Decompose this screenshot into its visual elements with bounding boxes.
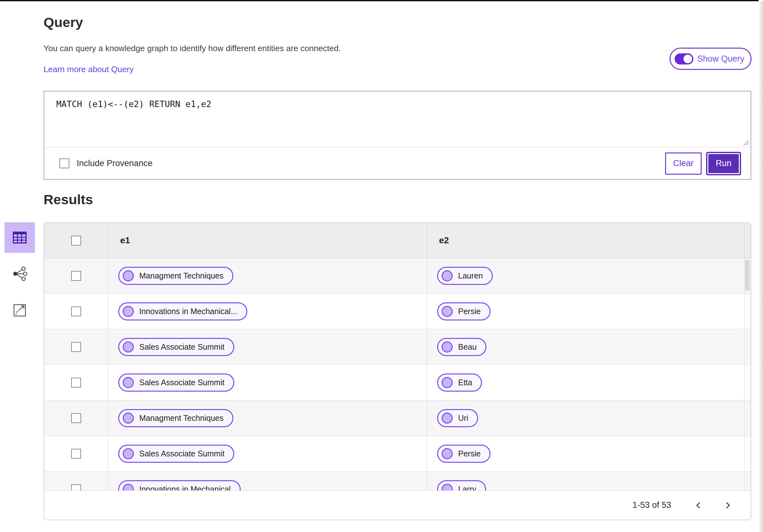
table-scrollbar-thumb[interactable]: [745, 259, 750, 291]
table-row: Innovations in Mechanical... Persie: [44, 294, 751, 329]
entity-pill-e1[interactable]: Innovations in Mechanical...: [118, 303, 247, 320]
scrollbar-track[interactable]: [744, 400, 751, 436]
scrollbar-track[interactable]: [744, 329, 751, 365]
clear-button[interactable]: Clear: [665, 152, 702, 175]
entity-dot-icon: [442, 377, 453, 388]
entity-dot-icon: [442, 412, 453, 424]
table-row: Innovations in Mechanical Larry: [44, 472, 751, 491]
table-row: Sales Associate Summit Beau: [44, 329, 751, 365]
entity-label: Lauren: [458, 271, 483, 281]
row-checkbox[interactable]: [71, 449, 81, 459]
entity-label: Sales Associate Summit: [139, 449, 224, 458]
row-checkbox[interactable]: [71, 271, 81, 281]
results-view-switch: [4, 222, 35, 325]
include-provenance-checkbox[interactable]: [59, 158, 69, 168]
entity-label: Larry: [458, 485, 476, 491]
graph-view-icon: [11, 265, 29, 283]
scrollbar-track[interactable]: [744, 365, 751, 400]
chevron-right-icon: [723, 501, 732, 510]
entity-pill-e1[interactable]: Sales Associate Summit: [118, 445, 234, 463]
entity-pill-e2[interactable]: Larry: [437, 480, 486, 491]
entity-pill-e2[interactable]: Uri: [437, 409, 478, 427]
entity-label: Beau: [458, 342, 477, 352]
graph-view-button[interactable]: [4, 259, 35, 289]
toggle-switch-icon[interactable]: [675, 53, 693, 64]
results-title: Results: [44, 192, 93, 208]
table-view-button[interactable]: [4, 222, 35, 253]
entity-dot-icon: [123, 306, 134, 317]
row-checkbox[interactable]: [71, 378, 81, 388]
header-checkbox-cell: [44, 223, 108, 258]
run-button[interactable]: Run: [708, 153, 740, 174]
entity-dot-icon: [442, 270, 453, 281]
row-checkbox[interactable]: [71, 342, 81, 352]
entity-dot-icon: [442, 341, 453, 353]
query-text[interactable]: MATCH (e1)<--(e2) RETURN e1,e2: [56, 99, 211, 109]
row-checkbox[interactable]: [71, 485, 81, 491]
results-table-container: e1 e2 Managment Techniques Lauren Innova…: [44, 222, 751, 520]
entity-label: Sales Associate Summit: [139, 378, 224, 387]
table-row: Managment Techniques Uri: [44, 400, 751, 436]
entity-dot-icon: [123, 270, 134, 281]
select-all-checkbox[interactable]: [71, 236, 81, 245]
learn-more-link[interactable]: Learn more about Query: [44, 64, 134, 74]
next-page-button[interactable]: [721, 499, 734, 512]
entity-label: Sales Associate Summit: [139, 342, 224, 352]
page-title: Query: [44, 15, 83, 30]
scrollbar-track[interactable]: [744, 436, 751, 471]
entity-pill-e1[interactable]: Managment Techniques: [118, 267, 233, 285]
entity-label: Persie: [458, 449, 481, 458]
include-provenance-label: Include Provenance: [77, 158, 153, 168]
table-view-icon: [11, 229, 29, 246]
entity-pill-e2[interactable]: Persie: [437, 303, 490, 320]
entity-dot-icon: [123, 377, 134, 388]
entity-label: Managment Techniques: [139, 271, 224, 281]
table-row: Sales Associate Summit Persie: [44, 436, 751, 472]
table-header-row: e1 e2: [44, 223, 751, 258]
scrollbar-track[interactable]: [744, 294, 751, 329]
toggle-knob: [684, 55, 692, 63]
table-rows-viewport: Managment Techniques Lauren Innovations …: [44, 258, 751, 491]
entity-pill-e1[interactable]: Innovations in Mechanical: [118, 480, 241, 491]
query-editor[interactable]: MATCH (e1)<--(e2) RETURN e1,e2: [44, 91, 751, 147]
entity-label: Persie: [458, 307, 481, 316]
entity-pill-e1[interactable]: Sales Associate Summit: [118, 338, 234, 356]
entity-dot-icon: [123, 448, 134, 459]
entity-pill-e1[interactable]: Managment Techniques: [118, 409, 233, 427]
textarea-resize-handle[interactable]: [742, 138, 749, 146]
entity-pill-e2[interactable]: Lauren: [437, 267, 493, 285]
row-checkbox[interactable]: [71, 307, 81, 316]
column-header-e1: e1: [108, 223, 427, 258]
row-checkbox[interactable]: [71, 413, 81, 423]
entity-dot-icon: [123, 412, 134, 424]
query-panel-footer: Include Provenance Clear Run: [44, 147, 751, 179]
show-query-label: Show Query: [697, 54, 745, 64]
entity-label: Uri: [458, 413, 468, 423]
entity-pill-e1[interactable]: Sales Associate Summit: [118, 374, 234, 392]
entity-pill-e2[interactable]: Beau: [437, 338, 487, 356]
query-panel: MATCH (e1)<--(e2) RETURN e1,e2 Include P…: [44, 91, 751, 180]
previous-page-button[interactable]: [692, 499, 705, 512]
entity-pill-e2[interactable]: Persie: [437, 445, 490, 463]
page-description: You can query a knowledge graph to ident…: [44, 44, 341, 53]
show-query-toggle[interactable]: Show Query: [670, 47, 752, 70]
expand-view-icon: [12, 302, 28, 318]
entity-dot-icon: [442, 484, 453, 491]
pagination-bar: 1-53 of 53: [44, 490, 751, 520]
query-page: Query You can query a knowledge graph to…: [0, 0, 763, 532]
table-row: Sales Associate Summit Etta: [44, 365, 751, 400]
page-scrollbar-gutter[interactable]: [759, 1, 763, 532]
entity-dot-icon: [442, 306, 453, 317]
scrollbar-track[interactable]: [744, 472, 751, 491]
chevron-left-icon: [694, 501, 703, 510]
column-header-e2: e2: [427, 235, 744, 245]
entity-dot-icon: [123, 341, 134, 353]
entity-pill-e2[interactable]: Etta: [437, 374, 482, 392]
table-row: Managment Techniques Lauren: [44, 258, 751, 294]
entity-dot-icon: [123, 484, 134, 491]
entity-label: Innovations in Mechanical: [139, 485, 231, 491]
entity-label: Etta: [458, 378, 472, 387]
window-top-edge: [0, 0, 759, 1]
scrollbar-track-header: [744, 223, 751, 258]
expand-view-button[interactable]: [4, 295, 35, 325]
